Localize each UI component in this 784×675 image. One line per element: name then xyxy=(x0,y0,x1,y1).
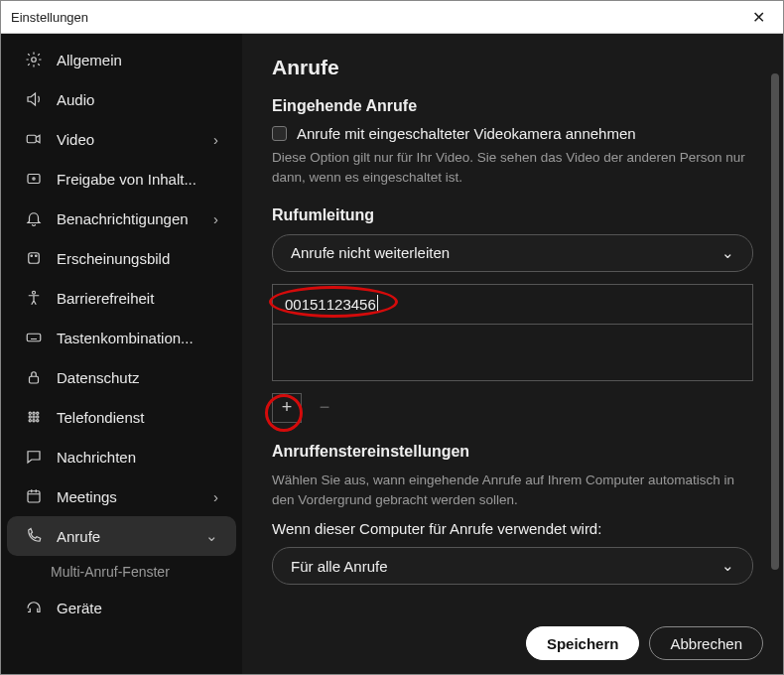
text-caret xyxy=(377,295,378,313)
save-button[interactable]: Speichern xyxy=(526,626,640,660)
callwindow-help: Wählen Sie aus, wann eingehende Anrufe a… xyxy=(272,471,753,511)
svg-point-17 xyxy=(33,420,35,422)
svg-point-14 xyxy=(33,416,35,418)
headset-icon xyxy=(25,599,43,616)
footer: Speichern Abbrechen xyxy=(526,626,763,660)
phone-icon xyxy=(25,527,43,545)
sidebar-item-label: Erscheinungsbild xyxy=(57,250,218,267)
sidebar-item-label: Meetings xyxy=(57,488,199,505)
minus-icon: − xyxy=(320,397,330,418)
svg-point-0 xyxy=(32,58,37,63)
sidebar-item-anrufe[interactable]: Anrufe ⌄ xyxy=(7,516,236,556)
sidebar-item-erscheinungsbild[interactable]: Erscheinungsbild xyxy=(7,238,236,278)
sidebar-item-label: Geräte xyxy=(57,600,218,616)
sidebar-item-label: Barrierefreiheit xyxy=(57,290,218,307)
sidebar-item-label: Allgemein xyxy=(57,52,218,68)
sidebar-item-telefondienst[interactable]: Telefondienst xyxy=(7,397,236,437)
gear-icon xyxy=(25,51,43,68)
sidebar-item-video[interactable]: Video › xyxy=(7,119,236,159)
video-icon xyxy=(25,130,43,148)
sidebar-item-geraete[interactable]: Geräte xyxy=(7,588,236,627)
page-title: Anrufe xyxy=(272,56,753,79)
cancel-button[interactable]: Abbrechen xyxy=(649,626,763,660)
select-value: Anrufe nicht weiterleiten xyxy=(291,244,450,261)
svg-point-5 xyxy=(31,255,33,257)
phone-input-value: 00151123456 xyxy=(285,296,376,313)
when-label: Wenn dieser Computer für Anrufe verwende… xyxy=(272,520,753,537)
phone-input[interactable]: 00151123456 xyxy=(273,285,752,325)
lock-icon xyxy=(25,368,43,386)
svg-rect-19 xyxy=(28,491,40,502)
chevron-right-icon: › xyxy=(213,488,218,505)
svg-rect-4 xyxy=(29,253,40,264)
chevron-down-icon: ⌄ xyxy=(721,557,734,575)
svg-point-16 xyxy=(29,420,31,422)
forwarding-select[interactable]: Anrufe nicht weiterleiten ⌄ xyxy=(272,234,753,272)
forwarding-numbers-box: 00151123456 xyxy=(272,284,753,381)
svg-rect-9 xyxy=(30,376,39,383)
palette-icon xyxy=(25,249,43,267)
sidebar-item-benachrichtigungen[interactable]: Benachrichtigungen › xyxy=(7,199,236,238)
sidebar-item-label: Anrufe xyxy=(57,528,192,545)
sidebar-item-label: Tastenkombination... xyxy=(57,330,218,346)
svg-point-3 xyxy=(33,178,35,180)
dialpad-icon xyxy=(25,408,43,426)
calendar-icon xyxy=(25,487,43,505)
plus-icon: + xyxy=(282,397,293,418)
sidebar-item-label: Freigabe von Inhalt... xyxy=(57,171,218,188)
checkbox-help: Diese Option gilt nur für Ihr Video. Sie… xyxy=(272,148,753,189)
when-select[interactable]: Für alle Anrufe ⌄ xyxy=(272,547,753,585)
sidebar-item-freigabe[interactable]: Freigabe von Inhalt... xyxy=(7,159,236,199)
sidebar-item-allgemein[interactable]: Allgemein xyxy=(7,40,236,79)
sidebar: Allgemein Audio Video › Freigabe von Inh… xyxy=(1,34,242,674)
chevron-down-icon: ⌄ xyxy=(721,244,734,262)
chevron-down-icon: ⌄ xyxy=(205,527,218,545)
chevron-right-icon: › xyxy=(213,131,218,148)
svg-point-12 xyxy=(37,412,39,414)
incoming-heading: Eingehende Anrufe xyxy=(272,97,753,115)
add-number-button[interactable]: + xyxy=(272,393,302,423)
sidebar-item-nachrichten[interactable]: Nachrichten xyxy=(7,437,236,476)
svg-point-11 xyxy=(33,412,35,414)
bell-icon xyxy=(25,209,43,227)
message-icon xyxy=(25,448,43,466)
svg-point-18 xyxy=(37,420,39,422)
accessibility-icon xyxy=(25,289,43,307)
sidebar-item-label: Datenschutz xyxy=(57,369,218,386)
svg-rect-8 xyxy=(27,334,41,341)
settings-window: Einstellungen ✕ Allgemein Audio Video › … xyxy=(0,0,784,675)
sidebar-subitem-multi-anruf[interactable]: Multi-Anruf-Fenster xyxy=(1,556,242,588)
svg-point-10 xyxy=(29,412,31,414)
sidebar-item-tastenkombination[interactable]: Tastenkombination... xyxy=(7,318,236,357)
sidebar-item-label: Video xyxy=(57,131,199,148)
content-panel: Anrufe Eingehende Anrufe Anrufe mit eing… xyxy=(242,34,783,674)
speaker-icon xyxy=(25,90,43,108)
scrollbar[interactable] xyxy=(771,73,779,570)
svg-rect-1 xyxy=(27,135,36,143)
svg-point-15 xyxy=(37,416,39,418)
sidebar-item-datenschutz[interactable]: Datenschutz xyxy=(7,357,236,397)
video-answer-checkbox-row[interactable]: Anrufe mit eingeschalteter Videokamera a… xyxy=(272,125,753,142)
sidebar-item-label: Telefondienst xyxy=(57,409,218,426)
svg-rect-2 xyxy=(28,175,40,184)
window-title: Einstellungen xyxy=(11,10,88,25)
svg-point-7 xyxy=(33,291,36,294)
sidebar-item-label: Benachrichtigungen xyxy=(57,210,199,227)
sidebar-item-label: Audio xyxy=(57,91,218,108)
svg-point-13 xyxy=(29,416,31,418)
sidebar-item-audio[interactable]: Audio xyxy=(7,79,236,119)
checkbox-icon[interactable] xyxy=(272,126,287,141)
close-button[interactable]: ✕ xyxy=(744,4,773,31)
forwarding-heading: Rufumleitung xyxy=(272,206,753,224)
svg-point-6 xyxy=(36,255,38,257)
select-value: Für alle Anrufe xyxy=(291,558,388,575)
checkbox-label: Anrufe mit eingeschalteter Videokamera a… xyxy=(297,125,636,142)
chevron-right-icon: › xyxy=(213,210,218,227)
remove-number-button[interactable]: − xyxy=(310,393,339,423)
share-icon xyxy=(25,170,43,188)
keyboard-icon xyxy=(25,329,43,346)
titlebar: Einstellungen ✕ xyxy=(1,1,783,34)
sidebar-item-meetings[interactable]: Meetings › xyxy=(7,476,236,516)
sidebar-item-label: Nachrichten xyxy=(57,449,218,466)
sidebar-item-barrierefreiheit[interactable]: Barrierefreiheit xyxy=(7,278,236,318)
